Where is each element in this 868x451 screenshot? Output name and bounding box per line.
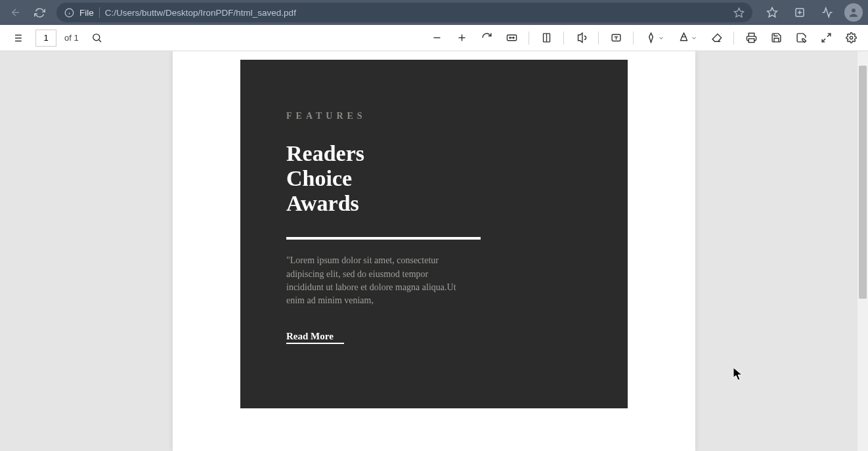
contents-button[interactable] <box>7 28 28 49</box>
svg-point-23 <box>850 36 852 39</box>
draw-icon <box>645 32 657 43</box>
collections-button[interactable] <box>787 2 813 23</box>
profile-avatar[interactable] <box>844 3 863 22</box>
mouse-cursor-icon <box>733 368 743 381</box>
toolbar-separator <box>598 32 599 45</box>
document-content-block: FEATURES Readers Choice Awards "Lorem ip… <box>240 60 628 408</box>
print-icon <box>746 32 757 43</box>
address-divider <box>99 7 100 18</box>
read-aloud-icon <box>576 32 587 43</box>
draw-button[interactable] <box>640 28 669 49</box>
text-box-icon <box>611 32 622 43</box>
save-icon <box>771 32 782 43</box>
divider-line <box>286 237 481 240</box>
save-edit-icon <box>796 32 807 43</box>
headline-line-2: Choice <box>286 166 582 191</box>
info-icon <box>64 8 74 18</box>
add-text-button[interactable] <box>605 28 626 49</box>
address-prefix: File <box>79 8 94 18</box>
browser-chrome-bar: File C:/Users/buttw/Desktop/IronPDF/html… <box>0 0 868 25</box>
svg-marker-2 <box>768 8 777 17</box>
read-more-link[interactable]: Read More <box>286 331 344 344</box>
svg-line-22 <box>822 39 825 42</box>
chevron-down-icon <box>658 35 664 41</box>
refresh-button[interactable] <box>29 2 50 23</box>
list-icon <box>11 32 23 44</box>
fit-width-icon <box>506 32 518 43</box>
eyebrow-text: FEATURES <box>286 111 582 121</box>
pdf-viewport: FEATURES Readers Choice Awards "Lorem ip… <box>0 51 868 451</box>
read-aloud-button[interactable] <box>571 28 592 49</box>
zoom-in-button[interactable] <box>451 28 472 49</box>
zoom-out-button[interactable] <box>426 28 447 49</box>
chevron-down-icon <box>691 35 697 41</box>
headline: Readers Choice Awards <box>286 141 582 216</box>
scrollbar-thumb[interactable] <box>859 66 867 299</box>
pdf-toolbar: of 1 <box>0 25 868 51</box>
svg-rect-20 <box>749 39 754 43</box>
vertical-scrollbar[interactable] <box>857 51 868 451</box>
highlight-icon <box>678 32 689 43</box>
fullscreen-icon <box>821 32 832 43</box>
refresh-icon <box>34 7 45 18</box>
star-add-icon[interactable] <box>733 7 745 18</box>
headline-line-3: Awards <box>286 191 582 216</box>
arrow-left-icon <box>10 7 22 18</box>
page-view-button[interactable] <box>536 28 557 49</box>
fit-width-button[interactable] <box>501 28 522 49</box>
rotate-button[interactable] <box>476 28 497 49</box>
settings-button[interactable] <box>840 28 861 49</box>
erase-button[interactable] <box>706 28 727 49</box>
person-icon <box>848 7 859 18</box>
toolbar-separator <box>563 32 564 45</box>
collections-icon <box>794 7 806 18</box>
toolbar-separator <box>633 32 634 45</box>
back-button[interactable] <box>5 2 26 23</box>
save-as-button[interactable] <box>791 28 812 49</box>
page-view-icon <box>541 32 552 43</box>
gear-icon <box>846 32 857 43</box>
svg-point-4 <box>852 9 856 12</box>
svg-marker-1 <box>734 8 743 16</box>
rotate-icon <box>481 32 492 43</box>
headline-line-1: Readers <box>286 141 582 166</box>
address-path: C:/Users/buttw/Desktop/IronPDF/html_save… <box>105 8 728 18</box>
svg-line-21 <box>827 33 830 37</box>
pdf-page: FEATURES Readers Choice Awards "Lorem ip… <box>173 51 695 451</box>
plus-icon <box>456 32 467 43</box>
browser-right-icons <box>759 2 863 23</box>
search-icon <box>91 32 102 43</box>
save-button[interactable] <box>766 28 787 49</box>
health-button[interactable] <box>814 2 840 23</box>
star-icon <box>766 7 778 18</box>
find-button[interactable] <box>87 28 108 49</box>
favorites-button[interactable] <box>759 2 785 23</box>
page-number-input[interactable] <box>35 30 56 47</box>
highlight-button[interactable] <box>673 28 702 49</box>
erase-icon <box>711 32 722 43</box>
fullscreen-button[interactable] <box>815 28 836 49</box>
page-total: of 1 <box>64 33 79 43</box>
print-button[interactable] <box>741 28 762 49</box>
address-bar[interactable]: File C:/Users/buttw/Desktop/IronPDF/html… <box>56 3 752 22</box>
svg-line-12 <box>99 40 101 42</box>
body-text: "Lorem ipsum dolor sit amet, consectetur… <box>286 254 464 307</box>
svg-point-11 <box>93 34 100 41</box>
toolbar-separator <box>733 32 734 45</box>
heartbeat-icon <box>821 7 833 18</box>
toolbar-separator <box>529 32 529 45</box>
minus-icon <box>431 32 443 43</box>
